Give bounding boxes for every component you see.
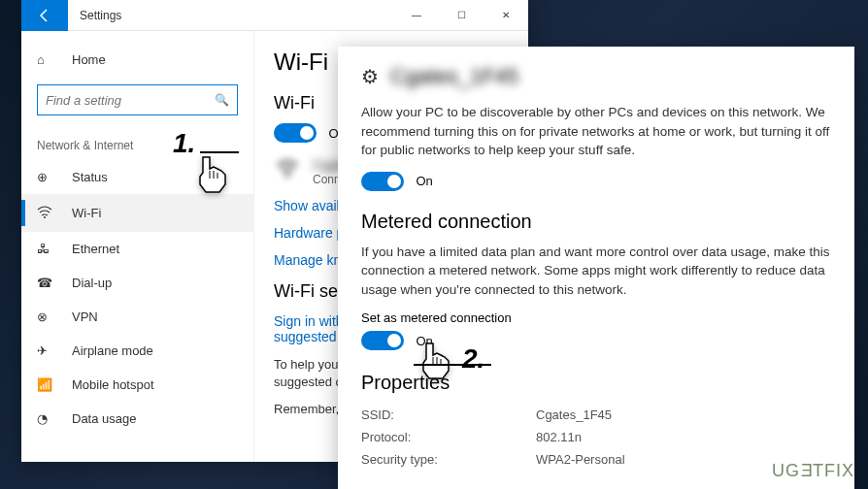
discover-text: Allow your PC to be discoverable by othe… [361,103,831,160]
titlebar: Settings — ☐ ✕ [21,0,528,31]
callout-2-line [414,364,491,366]
nav-label: Dial-up [72,276,112,290]
vpn-icon: ⊗ [37,310,56,324]
nav-wifi[interactable]: Wi-Fi [21,194,253,232]
minimize-button[interactable]: — [394,0,439,31]
metered-text: If you have a limited data plan and want… [361,243,831,300]
hotspot-icon: 📶 [37,377,56,392]
status-icon: ⊕ [37,170,56,184]
close-button[interactable]: ✕ [484,0,528,31]
window-title: Settings [80,9,394,22]
prop-key: Security type: [361,452,536,467]
nav-dialup[interactable]: ☎ Dial-up [21,266,253,300]
home-nav[interactable]: ⌂ Home [21,43,253,77]
nav-label: Ethernet [72,242,119,256]
prop-row: SSID: Cgates_1F45 [361,404,831,426]
nav-hotspot[interactable]: 📶 Mobile hotspot [21,368,253,402]
nav-label: Mobile hotspot [72,377,154,392]
watermark: UGETFIX [772,461,854,481]
search-field[interactable] [46,93,215,108]
airplane-icon: ✈ [37,343,56,358]
metered-title: Metered connection [361,211,831,233]
callout-2-number: 2. [462,343,484,374]
home-icon: ⌂ [37,52,56,67]
maximize-button[interactable]: ☐ [439,0,484,31]
nav-ethernet[interactable]: 🖧 Ethernet [21,232,253,266]
wifi-toggle[interactable] [274,123,317,143]
detail-network-name: Cgates_1F45 [390,64,518,89]
prop-row: Protocol: 802.11n [361,426,831,448]
network-detail-panel: ⚙ Cgates_1F45 Allow your PC to be discov… [338,47,854,489]
pointer-hand-icon [412,336,460,384]
search-input[interactable]: 🔍 [37,84,238,115]
wifi-signal-icon [274,156,301,185]
gear-icon: ⚙ [361,65,379,88]
svg-point-1 [286,176,289,179]
discover-toggle[interactable] [361,172,404,191]
dialup-icon: ☎ [37,276,56,290]
datausage-icon: ◔ [37,411,56,426]
nav-label: Data usage [72,411,137,426]
prop-key: SSID: [361,408,536,422]
nav-airplane[interactable]: ✈ Airplane mode [21,334,253,368]
nav-datausage[interactable]: ◔ Data usage [21,402,253,436]
nav-label: Status [72,170,108,184]
nav-label: VPN [72,310,98,324]
discover-toggle-row: On [361,172,831,191]
window-controls: — ☐ ✕ [394,0,528,31]
nav-label: Wi-Fi [72,206,101,220]
prop-value: Cgates_1F45 [536,408,612,422]
prop-key: Protocol: [361,430,536,444]
wifi-icon [37,204,56,222]
nav-label: Airplane mode [72,343,153,358]
metered-toggle[interactable] [361,331,404,350]
search-icon: 🔍 [215,93,229,107]
home-label: Home [72,52,106,67]
back-button[interactable] [21,0,68,31]
metered-label: Set as metered connection [361,310,831,325]
nav-vpn[interactable]: ⊗ VPN [21,300,253,334]
prop-value: 802.11n [536,430,582,444]
ethernet-icon: 🖧 [37,242,56,256]
sidebar: ⌂ Home 🔍 Network & Internet ⊕ Status Wi-… [21,31,254,462]
prop-value: WPA2-Personal [536,452,625,467]
prop-row: Security type: WPA2-Personal [361,448,831,471]
discover-toggle-label: On [416,174,432,188]
detail-header: ⚙ Cgates_1F45 [361,64,831,89]
svg-point-0 [44,216,46,218]
pointer-hand-icon [188,149,237,198]
callout-1: 1. [173,128,239,159]
